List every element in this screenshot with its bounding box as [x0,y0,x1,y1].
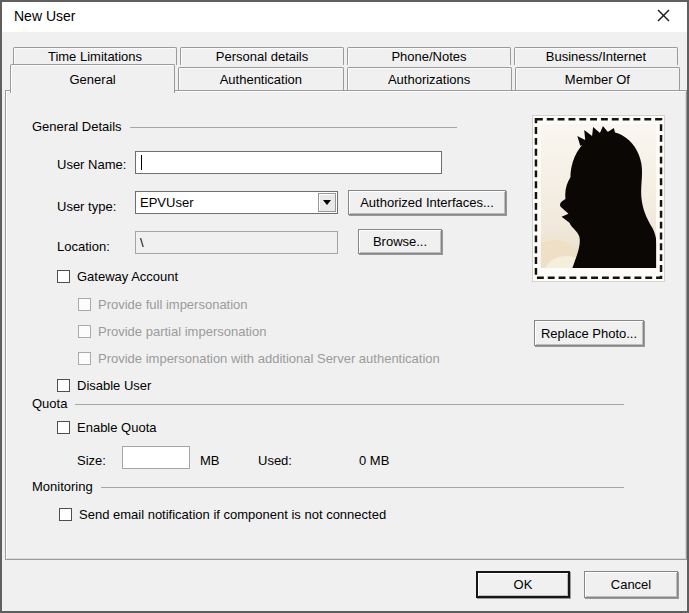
divider [130,127,457,128]
tab-general[interactable]: General [10,64,175,93]
provide-partial-impersonation-label: Provide partial impersonation [98,324,266,339]
send-email-notification-checkbox[interactable] [59,508,72,521]
user-name-input[interactable] [135,151,442,174]
close-icon [657,9,670,25]
divider [75,404,624,405]
user-type-dropdown[interactable]: EPVUser [135,191,338,214]
location-input: \ [135,231,338,254]
used-label: Used: [258,453,292,468]
provide-partial-impersonation-checkbox [78,325,91,338]
general-details-group-header: General Details [32,119,457,134]
user-photo [532,115,665,282]
dropdown-arrow-icon[interactable] [318,193,336,212]
send-email-notification-label: Send email notification if component is … [79,507,386,522]
close-button[interactable] [647,4,679,30]
silhouette-portrait-image [533,116,664,281]
provide-additional-impersonation-checkbox [78,352,91,365]
replace-photo-button[interactable]: Replace Photo... [534,320,644,346]
provide-additional-impersonation-label: Provide impersonation with additional Se… [98,351,440,366]
tab-phone-notes[interactable]: Phone/Notes [347,47,511,65]
user-type-value: EPVUser [136,192,317,213]
tab-strip-front-row: General Authentication Authorizations Me… [10,64,680,90]
divider [101,487,624,488]
user-type-label: User type: [57,199,116,214]
cancel-button[interactable]: Cancel [584,571,678,598]
ok-button[interactable]: OK [476,571,570,598]
location-label: Location: [57,239,110,254]
size-label: Size: [77,453,106,468]
text-caret [141,155,142,170]
gateway-account-label: Gateway Account [77,269,178,284]
used-value: 0 MB [359,453,389,468]
quota-group-header: Quota [32,396,624,411]
gateway-account-checkbox[interactable] [57,270,70,283]
monitoring-label: Monitoring [32,479,93,494]
tab-time-limitations[interactable]: Time Limitations [13,47,177,65]
enable-quota-label: Enable Quota [77,420,157,435]
tab-member-of[interactable]: Member Of [515,67,680,90]
quota-label: Quota [32,396,67,411]
authorized-interfaces-button[interactable]: Authorized Interfaces... [348,190,506,215]
tab-authorizations[interactable]: Authorizations [347,67,512,90]
disable-user-checkbox[interactable] [57,379,70,392]
tab-authentication[interactable]: Authentication [178,67,343,90]
tab-personal-details[interactable]: Personal details [180,47,344,65]
monitoring-group-header: Monitoring [32,479,624,494]
disable-user-label: Disable User [77,378,151,393]
size-input [122,446,190,469]
titlebar: New User [2,2,687,32]
window-title: New User [14,8,75,24]
enable-quota-checkbox[interactable] [57,421,70,434]
browse-button[interactable]: Browse... [358,229,442,254]
user-name-label: User Name: [57,157,126,172]
provide-full-impersonation-label: Provide full impersonation [98,297,248,312]
new-user-dialog: New User Time Limitations Personal detai… [0,0,689,613]
tab-strip-back-row: Time Limitations Personal details Phone/… [13,47,678,65]
tab-business-internet[interactable]: Business/Internet [514,47,678,65]
provide-full-impersonation-checkbox [78,298,91,311]
general-details-label: General Details [32,119,122,134]
size-unit-label: MB [200,453,220,468]
